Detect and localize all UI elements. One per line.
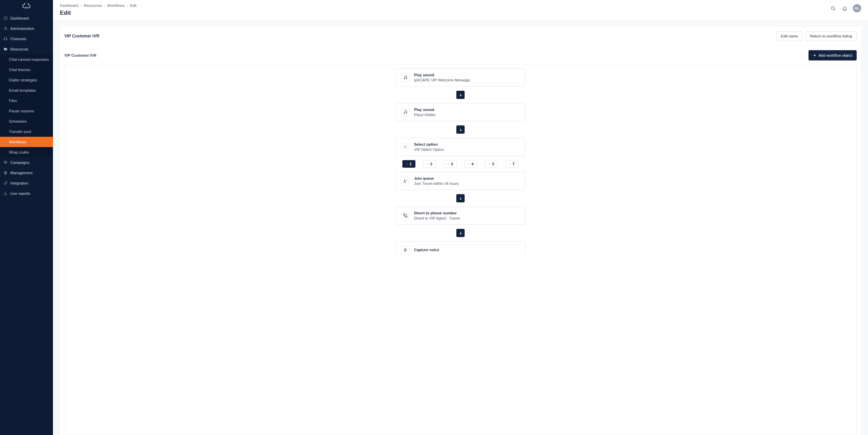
sidebar-item-label: Campaigns (10, 160, 30, 165)
flow-arrow-down[interactable] (456, 125, 465, 134)
svg-point-24 (406, 113, 406, 113)
svg-point-29 (404, 147, 404, 147)
svg-point-1 (26, 7, 27, 7)
workflow-node-title: Join queue (414, 176, 459, 180)
sidebar-subitem-chat-themes[interactable]: Chat themes (0, 65, 53, 75)
workflow-node-title: Play sound (414, 108, 436, 112)
add-workflow-object-label: Add workflow object (818, 53, 852, 57)
sidebar-item-label: Channels (10, 37, 26, 41)
bell-icon[interactable] (841, 5, 848, 12)
breadcrumb-link[interactable]: Workflows (107, 3, 125, 8)
svg-point-28 (406, 145, 406, 146)
chevron-right-icon: › (127, 3, 128, 8)
sidebar-item-channels[interactable]: Channels (0, 34, 53, 44)
svg-point-0 (25, 7, 26, 7)
svg-point-33 (405, 148, 405, 148)
workflow-node[interactable]: Select optionVIP Select Option (396, 138, 525, 156)
sidebar-item-label: Administration (10, 26, 34, 31)
svg-point-26 (404, 145, 404, 146)
option-branch-5[interactable]: 5 (485, 160, 498, 168)
svg-point-4 (5, 27, 6, 29)
sidebar-item-dashboard[interactable]: Dashboard (0, 13, 53, 23)
sidebar-item-campaigns[interactable]: Campaigns (0, 157, 53, 168)
return-to-listing-button[interactable]: Return to workflow listing (806, 31, 857, 41)
grid-icon (401, 143, 409, 151)
bar-chart-icon (3, 191, 8, 196)
svg-point-16 (831, 7, 834, 10)
sidebar-subitem-dialler-strategies[interactable]: Dialler strategies (0, 75, 53, 85)
workflow-node[interactable]: Capture voice (396, 241, 525, 255)
svg-point-34 (406, 148, 406, 148)
sidebar-subitem-workflows[interactable]: Workflows (0, 137, 53, 147)
workflow-node-subtitle: Join Travel within 24 hours (414, 181, 459, 186)
edit-name-button[interactable]: Edit name (777, 31, 803, 41)
workflow-node-title: Divert to phone number (414, 211, 459, 215)
workflow-node-title: Select option (414, 142, 444, 146)
sidebar-subitem-chat-canned-responses[interactable]: Chat canned responses (0, 54, 53, 65)
option-branch-1[interactable]: 1 (402, 160, 415, 168)
breadcrumb-link[interactable]: Resources (84, 3, 102, 8)
link-icon (3, 181, 8, 185)
music-icon (401, 74, 409, 82)
chevron-right-icon: › (104, 3, 105, 8)
sidebar-item-integration[interactable]: Integration (0, 178, 53, 188)
workflow-node-subtitle: VIP Select Option (414, 147, 444, 152)
sidebar-item-label: Resources (10, 47, 29, 51)
phone-forward-icon (401, 212, 409, 220)
svg-point-41 (404, 180, 405, 181)
gauge-icon (3, 16, 8, 20)
sidebar-subitem-wrap-codes[interactable]: Wrap codes (0, 147, 53, 157)
sidebar-subitem-schedules[interactable]: Schedules (0, 116, 53, 126)
sidebar-subitem-pause-reasons[interactable]: Pause reasons (0, 106, 53, 116)
flow-arrow-down[interactable] (456, 229, 465, 237)
svg-point-11 (6, 172, 7, 173)
workflow-breadcrumb-label: VIP Customer IVR (64, 53, 96, 57)
svg-point-31 (406, 147, 406, 147)
search-icon[interactable] (829, 5, 836, 12)
plus-icon (813, 54, 816, 57)
add-workflow-object-button[interactable]: Add workflow object (809, 50, 857, 60)
headset-icon (3, 37, 8, 41)
option-branch-2[interactable]: 2 (423, 160, 436, 168)
sidebar-item-resources[interactable]: Resources (0, 44, 53, 54)
page-title: Edit (60, 10, 137, 16)
layers-icon (3, 160, 8, 165)
svg-point-2 (27, 7, 28, 7)
select-option-branches: 12345T (396, 160, 525, 168)
content-card: VIP Customer IVR Edit name Return to wor… (59, 26, 862, 435)
flow-arrow-down[interactable] (456, 91, 465, 99)
breadcrumb-link[interactable]: Dashboard (60, 3, 78, 8)
sidebar-subitem-transfer-pool[interactable]: Transfer pool (0, 126, 53, 137)
workflow-node[interactable]: Join queueJoin Travel within 24 hours (396, 172, 525, 190)
sidebar-item-management[interactable]: Management (0, 168, 53, 178)
music-icon (401, 108, 409, 116)
sidebar-item-label: Dashboard (10, 16, 29, 20)
queue-icon (401, 177, 409, 185)
sidebar-item-administration[interactable]: Administration (0, 23, 53, 34)
workflow-node-subtitle: ipSCAPE VIP Welcome Message (414, 78, 470, 82)
svg-point-30 (405, 147, 405, 147)
workflow-node[interactable]: Play soundPlace Holder (396, 103, 525, 121)
svg-point-23 (404, 113, 404, 114)
breadcrumb-link[interactable]: Edit (130, 3, 137, 8)
workflow-header: VIP Customer IVR Edit name Return to wor… (59, 26, 861, 46)
svg-point-20 (404, 78, 404, 79)
logo (0, 0, 53, 11)
user-icon (3, 26, 8, 31)
sidebar-subitem-email-templates[interactable]: Email templates (0, 85, 53, 96)
folder-icon (3, 47, 8, 51)
avatar[interactable]: AL (853, 4, 861, 12)
option-branch-3[interactable]: 3 (444, 160, 457, 168)
workflow-node[interactable]: Divert to phone numberDivert to VIP Agen… (396, 207, 525, 225)
topbar: Dashboard›Resources›Workflows›Edit Edit … (53, 0, 868, 21)
sidebar-item-label: Management (10, 171, 32, 175)
sidebar-item-live-reports[interactable]: Live reports (0, 188, 53, 199)
option-branch-T[interactable]: T (506, 160, 519, 168)
sidebar-item-label: Live reports (10, 191, 30, 196)
option-branch-4[interactable]: 4 (464, 160, 477, 168)
workflow-node-subtitle: Divert to VIP Agent - Travel (414, 216, 459, 220)
flow-arrow-down[interactable] (456, 194, 465, 202)
workflow-node[interactable]: Play soundipSCAPE VIP Welcome Message (396, 68, 525, 87)
sidebar-subitem-files[interactable]: Files (0, 96, 53, 106)
sidebar-item-label: Integration (10, 181, 28, 185)
